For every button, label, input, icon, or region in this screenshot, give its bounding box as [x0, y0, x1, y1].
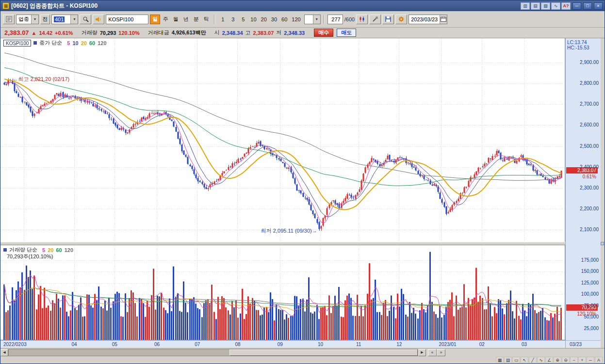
grid-icon[interactable]: ▦: [496, 357, 504, 363]
axis-tick: 150,000: [581, 269, 599, 274]
interval-select[interactable]: ▼: [304, 15, 321, 24]
bar-widen-icon[interactable]: +: [578, 357, 586, 363]
x-axis-month-label: 02: [479, 342, 485, 347]
multi-chart-icon[interactable]: ▤: [504, 357, 512, 363]
change-percent: +0.61%: [55, 30, 73, 36]
x-axis-month-label: 08: [235, 342, 240, 347]
axis-tick: 2,500.00: [580, 144, 599, 149]
scrollbar-thumb[interactable]: [229, 349, 418, 356]
splitter-handle[interactable]: [601, 242, 604, 245]
lc-hc-labels: LC:13.74 HC:-15.53: [567, 40, 589, 50]
mini-chart-icon[interactable]: ∿: [551, 2, 560, 10]
cursor-icon[interactable]: ↖: [521, 357, 528, 363]
axis-tick: 2,400.00: [580, 165, 599, 170]
maximize-button[interactable]: □: [583, 2, 592, 10]
period-button[interactable]: 주: [161, 15, 170, 24]
zoom-out-icon[interactable]: ⊖: [562, 357, 570, 363]
volume-chart-canvas[interactable]: [0, 245, 565, 340]
search-icon[interactable]: [80, 15, 91, 24]
sell-button[interactable]: 매도: [337, 29, 356, 37]
board-icon[interactable]: ▧: [541, 2, 550, 10]
axis-tick: 2,800.00: [580, 81, 599, 86]
price-pane[interactable]: KOSPI100 종가 단순 5102060120 ←최고 2,821.20 (…: [0, 38, 565, 242]
page-next-button[interactable]: »: [437, 349, 445, 356]
close-button[interactable]: ×: [594, 2, 603, 10]
volume-pane[interactable]: 거래량 단순 52060120 70,293주(120.10%): [0, 245, 565, 340]
font-size-icon[interactable]: A?: [561, 2, 571, 10]
code-input[interactable]: 401 ▼: [51, 15, 78, 24]
text-tool-icon[interactable]: A: [595, 357, 603, 363]
period-button[interactable]: 월: [171, 15, 180, 24]
chart-scrollbar-row: ◀ ▶ « »: [0, 348, 605, 356]
high-annotation: ←최고 2,821.20 (02/17): [13, 76, 69, 83]
speaker-icon[interactable]: [93, 15, 104, 24]
bar-narrow-icon[interactable]: −: [570, 357, 578, 363]
x-axis-month-label: 03: [522, 342, 527, 347]
axis-tick: 2,900.00: [580, 60, 599, 65]
bar-count-input[interactable]: 277: [327, 15, 343, 24]
period-button[interactable]: 년: [181, 15, 191, 24]
page-prev-button[interactable]: «: [428, 349, 437, 356]
chevron-down-icon[interactable]: ▼: [313, 15, 320, 24]
x-axis-month-label: 03: [21, 342, 27, 347]
bar-total-label: /600: [344, 16, 355, 22]
scrollbar-track[interactable]: [8, 349, 418, 356]
app-icon: ▦: [2, 2, 9, 9]
buy-button[interactable]: 매수: [314, 29, 333, 37]
price-axis[interactable]: LC:13.74 HC:-15.53 2,383.07 0.61% 70,293…: [565, 38, 601, 348]
bar-count-value: 277: [331, 16, 340, 22]
price-chart-canvas[interactable]: [0, 38, 565, 242]
line-tool-icon[interactable]: ─: [587, 357, 594, 363]
interval-button[interactable]: 20: [259, 15, 269, 24]
drawing-tools: ▦▤▭↖╱∿∠⊕⊖−+─A: [496, 357, 603, 363]
interval-button[interactable]: 60: [279, 15, 289, 24]
pane-splitter[interactable]: [0, 242, 565, 245]
quick-menu-icon[interactable]: [3, 15, 15, 24]
period-button[interactable]: 틱: [201, 15, 211, 24]
calendar-icon[interactable]: [440, 15, 447, 24]
low-label: 저: [276, 29, 281, 36]
date-picker[interactable]: 2023/03/23: [409, 15, 447, 24]
sector-name-field[interactable]: KOSPI100: [106, 15, 148, 24]
chevron-down-icon[interactable]: ▼: [31, 15, 38, 24]
minimize-button[interactable]: ─: [572, 2, 581, 10]
chart-region: KOSPI100 종가 단순 5102060120 ←최고 2,821.20 (…: [0, 38, 605, 348]
x-axis-month-label: 11: [356, 342, 361, 347]
open-label: 시: [214, 29, 220, 36]
panel-icon[interactable]: ▭: [512, 357, 520, 363]
interval-button[interactable]: 5: [238, 15, 248, 24]
screen-split-icon[interactable]: ▥: [521, 2, 530, 10]
candle-style-icon[interactable]: [356, 15, 368, 24]
period-button[interactable]: 일: [150, 15, 160, 24]
period-buttons: 일주월년분틱: [150, 15, 211, 24]
chart-tab-kospi100[interactable]: KOSPI100: [3, 40, 31, 47]
gear-icon[interactable]: [395, 15, 407, 24]
last-date-cell: 03/23: [566, 340, 601, 348]
interval-button[interactable]: 10: [248, 15, 258, 24]
angle-icon[interactable]: ∠: [545, 357, 553, 363]
sector-select[interactable]: 업종 ▼: [16, 15, 39, 24]
new-window-icon[interactable]: ▤: [531, 2, 540, 10]
prev-button[interactable]: 전: [40, 15, 50, 24]
interval-button[interactable]: 1: [218, 15, 228, 24]
axis-tick: 50,000: [584, 315, 599, 319]
zoom-in-icon[interactable]: ⊕: [554, 357, 561, 363]
interval-button[interactable]: 30: [269, 15, 279, 24]
period-button[interactable]: 분: [191, 15, 201, 24]
trendline-icon[interactable]: ╱: [529, 357, 537, 363]
wave-icon[interactable]: ∿: [537, 357, 545, 363]
save-icon[interactable]: [382, 15, 394, 24]
x-axis-month-label: 2022/02: [3, 342, 21, 347]
divider: [214, 15, 215, 24]
interval-button[interactable]: 120: [290, 15, 302, 24]
interval-button[interactable]: 3: [228, 15, 238, 24]
amount-value: 4,926,613백만: [172, 29, 206, 36]
current-price-percent: 0.61%: [583, 174, 596, 180]
plot-column: KOSPI100 종가 단순 5102060120 ←최고 2,821.20 (…: [0, 38, 565, 348]
scroll-right-button[interactable]: ▶: [418, 349, 426, 356]
scroll-left-button[interactable]: ◀: [0, 349, 8, 356]
chevron-down-icon[interactable]: ▼: [70, 15, 78, 24]
x-axis-month-label: 12: [396, 342, 402, 347]
tools-icon[interactable]: [369, 15, 381, 24]
x-axis-month-label: 05: [112, 342, 117, 347]
